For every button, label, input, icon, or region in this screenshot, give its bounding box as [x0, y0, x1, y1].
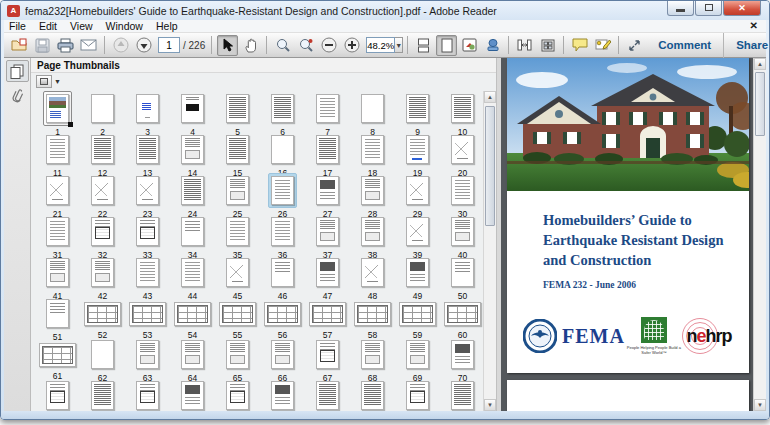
page-thumbnail-image[interactable] [309, 302, 346, 326]
previous-page-button[interactable] [110, 35, 131, 56]
page-thumbnail-image[interactable] [406, 381, 429, 410]
sign-pen-button[interactable] [592, 35, 613, 56]
page-thumbnail-image[interactable] [361, 217, 384, 246]
page-thumbnail[interactable] [178, 132, 207, 167]
fit-width-button[interactable] [514, 35, 535, 56]
page-thumbnail-image[interactable] [91, 258, 114, 287]
page-thumbnail-image[interactable] [444, 302, 481, 326]
document-scrollbar-thumb[interactable] [755, 72, 765, 136]
page-thumbnail-image[interactable] [316, 258, 339, 287]
page-thumbnail[interactable] [306, 296, 349, 329]
page-thumbnail-image[interactable] [361, 135, 384, 164]
page-thumbnail-image[interactable] [316, 176, 339, 205]
page-thumbnail[interactable] [358, 337, 387, 372]
page-thumbnail[interactable] [268, 132, 297, 167]
page-thumbnail[interactable] [358, 132, 387, 167]
zoom-out-button[interactable] [318, 35, 339, 56]
document-scrollbar[interactable]: ▲ ▼ [753, 58, 766, 411]
page-thumbnail-image[interactable] [264, 302, 301, 326]
page-thumbnail[interactable] [178, 255, 207, 290]
document-close-icon[interactable]: ✕ [750, 20, 758, 32]
page-thumbnail-image[interactable] [181, 135, 204, 164]
menu-file[interactable]: File [9, 20, 26, 32]
page-thumbnail-image[interactable] [91, 135, 114, 164]
chevron-down-icon[interactable]: ▼ [54, 78, 61, 85]
zoom-dropdown-button[interactable]: ▼ [395, 37, 403, 53]
page-thumbnail[interactable] [178, 378, 207, 411]
page-thumbnail[interactable] [403, 337, 432, 372]
page-thumbnail[interactable] [448, 337, 477, 372]
page-thumbnail[interactable] [223, 91, 252, 126]
page-thumbnail-image[interactable] [226, 94, 249, 123]
page-thumbnail[interactable] [403, 378, 432, 411]
page-thumbnail[interactable] [43, 214, 72, 249]
page-thumbnail-image[interactable] [39, 343, 76, 367]
page-thumbnail-image[interactable] [136, 94, 159, 123]
page-thumbnail-image[interactable] [271, 217, 294, 246]
page-thumbnail[interactable] [441, 296, 484, 329]
page-thumbnail-image[interactable] [451, 135, 474, 164]
minimize-button[interactable] [667, 1, 694, 16]
restore-button[interactable] [695, 1, 722, 16]
page-thumbnail[interactable] [403, 132, 432, 167]
page-thumbnail[interactable] [403, 255, 432, 290]
page-thumbnail[interactable] [313, 255, 342, 290]
scroll-up-icon[interactable]: ▲ [754, 58, 766, 70]
page-thumbnail[interactable] [448, 173, 477, 208]
page-thumbnail[interactable] [88, 214, 117, 249]
page-thumbnail-image[interactable] [316, 94, 339, 123]
page-thumbnail[interactable] [358, 378, 387, 411]
page-thumbnail-image[interactable] [91, 381, 114, 410]
save-button[interactable] [32, 35, 53, 56]
page-thumbnail-image[interactable] [181, 381, 204, 410]
page-thumbnail-image[interactable] [271, 258, 294, 287]
page-thumbnail-image[interactable] [361, 381, 384, 410]
page-thumbnail[interactable] [223, 255, 252, 290]
page-thumbnail[interactable] [403, 173, 432, 208]
page-thumbnail-image[interactable] [406, 340, 429, 369]
page-thumbnail[interactable] [358, 173, 387, 208]
comment-panel-button[interactable]: Comment [646, 39, 723, 51]
page-thumbnail-image[interactable] [271, 381, 294, 410]
page-thumbnail[interactable] [358, 255, 387, 290]
page-thumbnail[interactable] [448, 378, 477, 411]
page-thumbnail-image[interactable] [406, 258, 429, 287]
page-thumbnail-image[interactable] [174, 302, 211, 326]
page-thumbnail-image[interactable] [226, 381, 249, 410]
hand-tool-button[interactable] [240, 35, 261, 56]
page-thumbnail[interactable] [313, 173, 342, 208]
page-thumbnail[interactable] [351, 296, 394, 329]
page-thumbnail-image[interactable] [406, 135, 429, 164]
page-thumbnail-image[interactable] [46, 258, 69, 287]
page-thumbnail-image[interactable] [354, 302, 391, 326]
fullscreen-button[interactable] [624, 35, 645, 56]
page-thumbnail[interactable] [133, 255, 162, 290]
page-thumbnail-image[interactable] [219, 302, 256, 326]
page-thumbnail[interactable] [223, 378, 252, 411]
page-thumbnail[interactable] [126, 296, 169, 329]
page-thumbnail[interactable] [88, 91, 117, 126]
menu-window[interactable]: Window [106, 20, 143, 32]
page-thumbnails-panel-button[interactable] [6, 60, 29, 82]
page-thumbnail-image[interactable] [406, 217, 429, 246]
page-thumbnail[interactable] [268, 91, 297, 126]
page-thumbnail-image[interactable] [451, 381, 474, 410]
page-thumbnail-image[interactable] [46, 94, 69, 123]
page-thumbnail-image[interactable] [451, 217, 474, 246]
page-thumbnail[interactable] [448, 132, 477, 167]
page-thumbnail[interactable] [261, 296, 304, 329]
panel-scrollbar-thumb[interactable] [485, 106, 495, 226]
page-thumbnail[interactable] [396, 296, 439, 329]
page-thumbnail[interactable] [178, 91, 207, 126]
page-thumbnail-image[interactable] [226, 258, 249, 287]
page-thumbnail[interactable] [43, 378, 72, 411]
page-thumbnail[interactable] [88, 255, 117, 290]
close-button[interactable]: ✕ [723, 1, 761, 16]
page-thumbnail[interactable] [403, 214, 432, 249]
page-thumbnail-image[interactable] [406, 176, 429, 205]
page-thumbnail[interactable] [88, 132, 117, 167]
page-thumbnail[interactable] [358, 214, 387, 249]
open-button[interactable] [9, 35, 30, 56]
page-thumbnail-image[interactable] [316, 381, 339, 410]
page-thumbnail-image[interactable] [136, 176, 159, 205]
